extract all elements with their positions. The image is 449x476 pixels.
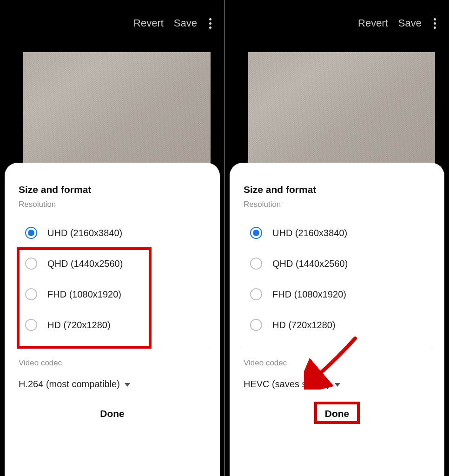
screen-right: Revert Save Size and format Resolution U… <box>224 0 449 476</box>
codec-label: Video codec <box>19 358 206 368</box>
radio-icon <box>25 288 37 300</box>
option-label: HD (720x1280) <box>272 320 336 331</box>
codec-dropdown[interactable]: H.264 (most compatible) <box>19 376 206 401</box>
option-label: FHD (1080x1920) <box>272 289 346 300</box>
done-button[interactable]: Done <box>317 404 358 423</box>
radio-selected-icon <box>25 227 37 239</box>
option-label: QHD (1440x2560) <box>272 258 348 269</box>
sheet-title: Size and format <box>19 184 206 195</box>
screen-left: Revert Save Size and format Resolution U… <box>0 0 224 476</box>
revert-button[interactable]: Revert <box>133 17 164 29</box>
dropdown-icon <box>335 383 340 387</box>
resolution-option-hd[interactable]: HD (720x1280) <box>19 310 206 340</box>
option-label: HD (720x1280) <box>47 320 111 331</box>
save-button[interactable]: Save <box>398 17 422 29</box>
option-label: UHD (2160x3840) <box>47 228 122 238</box>
radio-selected-icon <box>250 227 262 239</box>
resolution-option-hd[interactable]: HD (720x1280) <box>244 310 430 340</box>
more-options-icon[interactable] <box>207 15 213 32</box>
resolution-option-uhd[interactable]: UHD (2160x3840) <box>19 218 206 248</box>
dropdown-icon <box>125 383 130 387</box>
codec-value: HEVC (saves space) <box>244 379 330 390</box>
more-options-icon[interactable] <box>432 15 438 32</box>
topbar: Revert Save <box>0 0 224 46</box>
save-button[interactable]: Save <box>174 17 197 29</box>
codec-value: H.264 (most compatible) <box>19 379 120 390</box>
option-label: FHD (1080x1920) <box>47 289 121 300</box>
radio-icon <box>25 258 37 270</box>
resolution-options: UHD (2160x3840) QHD (1440x2560) FHD (108… <box>244 218 430 340</box>
size-format-sheet: Size and format Resolution UHD (2160x384… <box>5 163 220 476</box>
option-label: UHD (2160x3840) <box>272 228 347 238</box>
resolution-option-uhd[interactable]: UHD (2160x3840) <box>244 218 430 248</box>
resolution-options: UHD (2160x3840) QHD (1440x2560) FHD (108… <box>19 218 206 340</box>
codec-label: Video codec <box>244 358 430 368</box>
revert-button[interactable]: Revert <box>358 17 388 29</box>
codec-dropdown[interactable]: HEVC (saves space) <box>244 376 430 401</box>
radio-icon <box>25 319 37 331</box>
radio-icon <box>250 288 262 300</box>
radio-icon <box>250 258 262 270</box>
resolution-label: Resolution <box>244 200 430 209</box>
resolution-option-qhd[interactable]: QHD (1440x2560) <box>244 248 430 279</box>
radio-icon <box>250 319 262 331</box>
resolution-option-qhd[interactable]: QHD (1440x2560) <box>19 248 206 279</box>
done-button[interactable]: Done <box>92 404 133 423</box>
resolution-label: Resolution <box>19 200 206 209</box>
resolution-option-fhd[interactable]: FHD (1080x1920) <box>19 279 206 310</box>
divider <box>241 347 433 347</box>
sheet-title: Size and format <box>244 184 430 195</box>
option-label: QHD (1440x2560) <box>47 258 123 269</box>
resolution-option-fhd[interactable]: FHD (1080x1920) <box>244 279 430 310</box>
size-format-sheet: Size and format Resolution UHD (2160x384… <box>230 163 444 476</box>
topbar: Revert Save <box>225 0 449 46</box>
divider <box>16 347 209 347</box>
